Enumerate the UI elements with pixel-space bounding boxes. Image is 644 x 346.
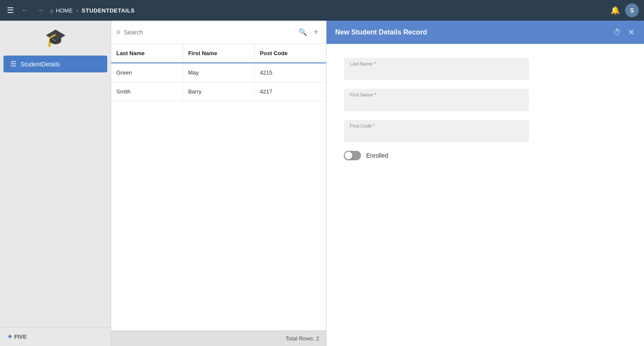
back-button[interactable]: ← bbox=[19, 5, 31, 16]
five-logo-label: FIVE bbox=[14, 334, 27, 340]
sidebar-item-studentdetails[interactable]: ☰ StudentDetails bbox=[3, 56, 107, 72]
sidebar: 🎓 ☰ StudentDetails ✦ FIVE bbox=[0, 21, 111, 346]
filter-icon: ≡ bbox=[116, 28, 120, 36]
app-logo-icon: 🎓 bbox=[45, 28, 66, 48]
notifications-bell-icon[interactable]: 🔔 bbox=[610, 6, 620, 15]
main-layout: 🎓 ☰ StudentDetails ✦ FIVE ≡ 🔍 + bbox=[0, 21, 644, 346]
cell-post-code: 4215 bbox=[255, 63, 326, 82]
home-link[interactable]: ⌂ HOME bbox=[50, 7, 73, 14]
table-row[interactable]: Green May 4215 bbox=[111, 63, 326, 82]
navbar-right: 🔔 S bbox=[610, 3, 639, 17]
navbar: ☰ ← → ⌂ HOME › STUDENTDETAILS 🔔 S bbox=[0, 0, 644, 21]
content-area: ≡ 🔍 + Last Name First Name Post Code Gre… bbox=[111, 21, 644, 346]
cell-post-code: 4217 bbox=[255, 82, 326, 101]
sidebar-item-label: StudentDetails bbox=[21, 61, 60, 68]
five-logo: ✦ FIVE bbox=[7, 333, 27, 341]
form-panel: New Student Details Record ⏱ ✕ Last Name… bbox=[327, 21, 644, 346]
form-header: New Student Details Record ⏱ ✕ bbox=[327, 21, 644, 44]
form-clock-button[interactable]: ⏱ bbox=[613, 27, 622, 38]
sidebar-logo: 🎓 bbox=[0, 21, 111, 55]
enrolled-toggle-row: Enrolled bbox=[344, 151, 627, 160]
col-header-first-name: First Name bbox=[183, 44, 255, 62]
sidebar-footer: ✦ FIVE bbox=[0, 327, 111, 346]
form-header-actions: ⏱ ✕ bbox=[613, 27, 635, 38]
form-title: New Student Details Record bbox=[335, 28, 427, 36]
first-name-input[interactable] bbox=[344, 89, 529, 111]
search-icon[interactable]: 🔍 bbox=[299, 28, 307, 36]
sidebar-nav: ☰ StudentDetails bbox=[0, 55, 111, 327]
breadcrumb-chevron: › bbox=[76, 7, 78, 14]
total-rows-label: Total Rows: 2 bbox=[286, 335, 319, 342]
toggle-knob bbox=[345, 152, 352, 159]
form-close-button[interactable]: ✕ bbox=[627, 27, 635, 38]
home-label: HOME bbox=[56, 7, 73, 14]
form-body: Last Name * First Name * Post Code * bbox=[327, 44, 644, 174]
first-name-field-wrapper: First Name * bbox=[344, 89, 627, 111]
add-record-button[interactable]: + bbox=[311, 26, 321, 38]
data-table: Last Name First Name Post Code Green May… bbox=[111, 44, 326, 330]
table-panel: ≡ 🔍 + Last Name First Name Post Code Gre… bbox=[111, 21, 327, 346]
user-avatar[interactable]: S bbox=[625, 3, 639, 17]
home-icon: ⌂ bbox=[50, 7, 53, 14]
search-bar: ≡ 🔍 + bbox=[111, 21, 326, 44]
cell-first-name: Barry bbox=[183, 82, 255, 101]
current-page-label: STUDENTDETAILS bbox=[82, 7, 135, 14]
post-code-input[interactable] bbox=[344, 120, 529, 142]
table-header: Last Name First Name Post Code bbox=[111, 44, 326, 63]
col-header-last-name: Last Name bbox=[111, 44, 183, 62]
sidebar-item-icon: ☰ bbox=[10, 60, 16, 68]
enrolled-toggle[interactable] bbox=[344, 151, 361, 160]
col-header-post-code: Post Code bbox=[255, 44, 326, 62]
menu-icon[interactable]: ☰ bbox=[5, 4, 16, 17]
table-row[interactable]: Smith Barry 4217 bbox=[111, 82, 326, 101]
last-name-input[interactable] bbox=[344, 58, 529, 80]
cell-last-name: Smith bbox=[111, 82, 183, 101]
enrolled-label: Enrolled bbox=[366, 152, 388, 159]
cell-first-name: May bbox=[183, 63, 255, 82]
forward-button[interactable]: → bbox=[34, 5, 47, 16]
table-footer: Total Rows: 2 bbox=[111, 330, 326, 346]
last-name-field-wrapper: Last Name * bbox=[344, 58, 627, 80]
search-input[interactable] bbox=[124, 29, 295, 36]
post-code-field-wrapper: Post Code * bbox=[344, 120, 627, 142]
cell-last-name: Green bbox=[111, 63, 183, 82]
five-logo-icon: ✦ bbox=[7, 333, 12, 341]
